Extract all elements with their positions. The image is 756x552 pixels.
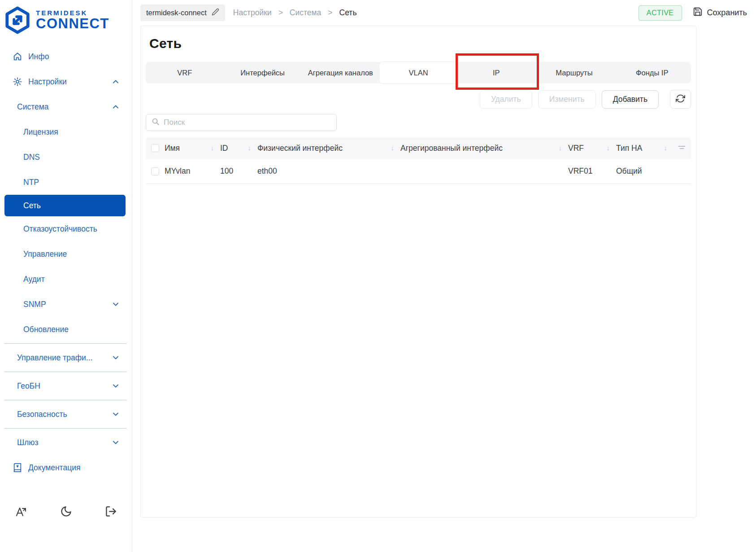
sidebar-item-network-selected[interactable]: Сеть — [4, 195, 126, 216]
search-input[interactable] — [164, 118, 331, 127]
sidebar-divider — [4, 343, 126, 344]
sidebar-item-info[interactable]: Инфо — [0, 44, 132, 69]
breadcrumb-settings[interactable]: Настройки — [233, 8, 272, 18]
search-icon — [152, 118, 160, 127]
breadcrumb-separator: > — [328, 8, 332, 18]
select-all-cell — [146, 144, 165, 152]
column-header-name[interactable]: Имя ↓ — [165, 144, 220, 153]
sidebar-item-label: Настройки — [28, 77, 67, 87]
network-tabs: VRF Интерфейсы Агрегация каналов VLAN IP… — [146, 62, 691, 83]
sidebar-footer — [0, 504, 132, 518]
sort-icon[interactable]: ↓ — [248, 144, 251, 152]
row-select-cell — [146, 167, 165, 175]
cell-physical-interface: eth00 — [257, 166, 400, 176]
sidebar-item-label: Управление трафи... — [17, 353, 92, 363]
chevron-down-icon — [111, 381, 120, 390]
sidebar-item-system[interactable]: Система — [0, 94, 132, 119]
home-icon — [13, 52, 22, 61]
tab-ip[interactable]: IP — [457, 62, 535, 83]
column-header-ha-type[interactable]: Тип HA ↓ — [616, 144, 673, 153]
sidebar-item-failover[interactable]: Отказоустойчивость — [0, 216, 132, 241]
topbar-right: ACTIVE Сохранить — [639, 5, 747, 21]
tab-routes[interactable]: Маршруты — [535, 62, 613, 83]
sidebar-item-management[interactable]: Управление — [0, 241, 132, 267]
sidebar: TERMIDESK CONNECT Инфо Настройки — [0, 0, 132, 552]
edit-pencil-icon[interactable] — [212, 8, 219, 18]
delete-button[interactable]: Удалить — [480, 90, 532, 109]
status-badge: ACTIVE — [639, 5, 682, 21]
moon-icon[interactable] — [59, 504, 73, 518]
sidebar-item-label: Обновление — [23, 325, 69, 334]
sort-icon[interactable]: ↓ — [558, 144, 562, 152]
tab-ip-pools[interactable]: Фонды IP — [613, 62, 691, 83]
sidebar-item-label: Сеть — [23, 201, 41, 210]
sidebar-divider — [4, 372, 126, 372]
sidebar-item-label: Лицензия — [23, 127, 58, 137]
chevron-down-icon — [111, 353, 120, 362]
tab-vrf[interactable]: VRF — [146, 62, 224, 83]
tab-link-aggregation[interactable]: Агрегация каналов — [301, 62, 379, 83]
column-header-id[interactable]: ID ↓ — [220, 144, 257, 153]
sort-icon[interactable]: ↓ — [210, 144, 214, 152]
sidebar-divider — [4, 400, 126, 400]
sidebar-item-license[interactable]: Лицензия — [0, 119, 132, 145]
logout-icon[interactable] — [104, 504, 117, 518]
sidebar-item-update[interactable]: Обновление — [0, 317, 132, 342]
tab-label: IP — [493, 69, 500, 77]
chevron-down-icon — [111, 438, 120, 447]
column-header-vrf[interactable]: VRF ↓ — [568, 144, 616, 153]
vlan-table: Имя ↓ ID ↓ Физический интерфейс ↓ Агреги… — [146, 137, 691, 184]
book-icon — [13, 463, 22, 473]
sidebar-item-traffic-management[interactable]: Управление трафи... — [0, 345, 132, 370]
sidebar-item-security[interactable]: Безопасность — [0, 402, 132, 427]
sidebar-item-label: Инфо — [28, 52, 49, 61]
edit-button[interactable]: Изменить — [538, 90, 596, 109]
topbar: termidesk-connect Настройки > Система > … — [132, 0, 756, 26]
sidebar-item-label: Аудит — [23, 275, 45, 284]
cell-ha-type: Общий — [616, 166, 673, 176]
tab-vlan-active[interactable]: VLAN — [379, 62, 457, 83]
sort-icon[interactable]: ↓ — [391, 144, 394, 152]
tab-label: Агрегация каналов — [308, 69, 373, 77]
gear-icon — [13, 77, 22, 87]
breadcrumb-current-network: Сеть — [339, 8, 357, 18]
sidebar-item-label: Система — [17, 102, 48, 112]
sidebar-item-label: Безопасность — [17, 410, 67, 419]
content-card: Сеть VRF Интерфейсы Агрегация каналов VL… — [140, 26, 696, 517]
sidebar-item-gateway[interactable]: Шлюз — [0, 430, 132, 455]
hostname-chip[interactable]: termidesk-connect — [140, 4, 225, 21]
refresh-button[interactable] — [670, 90, 691, 109]
sidebar-item-label: Шлюз — [17, 438, 38, 447]
column-header-physical-interface[interactable]: Физический интерфейс ↓ — [257, 144, 400, 153]
add-button[interactable]: Добавить — [602, 90, 659, 109]
column-header-aggregated-interface[interactable]: Агрегированный интерфейс ↓ — [400, 144, 568, 153]
sidebar-item-documentation[interactable]: Документация — [0, 455, 132, 480]
sidebar-item-label: Управление — [23, 250, 67, 259]
breadcrumb-system[interactable]: Система — [290, 8, 321, 18]
row-checkbox[interactable] — [151, 167, 159, 175]
tab-interfaces[interactable]: Интерфейсы — [224, 62, 302, 83]
breadcrumb: Настройки > Система > Сеть — [233, 8, 357, 18]
chevron-up-icon — [111, 102, 120, 111]
table-header-row: Имя ↓ ID ↓ Физический интерфейс ↓ Агреги… — [146, 137, 691, 159]
table-row: MYvlan 100 eth00 VRF01 Общий — [146, 159, 691, 184]
save-button[interactable]: Сохранить — [693, 7, 747, 19]
page-title: Сеть — [149, 36, 691, 51]
sidebar-item-dns[interactable]: DNS — [0, 145, 132, 170]
sidebar-item-geobn[interactable]: ГеоБН — [0, 373, 132, 399]
select-all-checkbox[interactable] — [151, 144, 159, 152]
filter-icon[interactable] — [678, 144, 686, 153]
sidebar-item-snmp[interactable]: SNMP — [0, 292, 132, 317]
brand-line2: CONNECT — [36, 17, 109, 31]
sidebar-item-label: ГеоБН — [17, 381, 40, 391]
sidebar-item-ntp[interactable]: NTP — [0, 170, 132, 195]
sidebar-item-label: Отказоустойчивость — [23, 224, 97, 234]
language-icon[interactable] — [14, 504, 28, 518]
sidebar-item-audit[interactable]: Аудит — [0, 267, 132, 292]
sort-icon[interactable]: ↓ — [606, 144, 610, 152]
sidebar-item-settings[interactable]: Настройки — [0, 69, 132, 94]
table-actions: Удалить Изменить Добавить — [146, 90, 691, 109]
save-label: Сохранить — [707, 8, 747, 18]
sort-icon[interactable]: ↓ — [664, 144, 667, 152]
tab-label: Маршруты — [556, 69, 592, 77]
